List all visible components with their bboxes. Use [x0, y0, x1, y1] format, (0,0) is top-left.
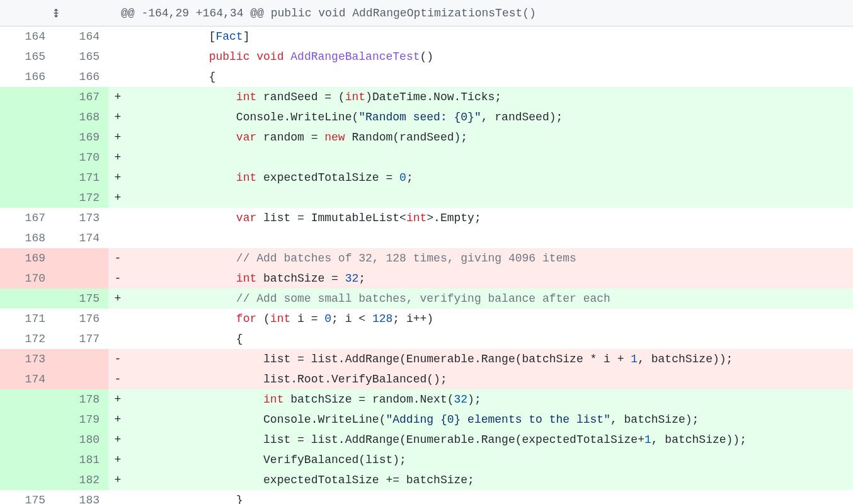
diff-row: 172177 { [0, 329, 853, 349]
diff-row: 165165 public void AddRangeBalanceTest() [0, 47, 853, 67]
code-cell[interactable] [127, 228, 853, 248]
line-number-new[interactable]: 180 [54, 430, 108, 450]
diff-row: 168174 [0, 228, 853, 248]
diff-row: 172+ [0, 188, 853, 208]
line-number-old[interactable]: 169 [0, 248, 54, 268]
line-number-new[interactable]: 173 [54, 208, 108, 228]
line-number-new[interactable]: 171 [54, 168, 108, 188]
line-number-old[interactable] [0, 389, 54, 410]
line-number-new[interactable]: 170 [54, 147, 108, 168]
diff-marker [108, 228, 127, 248]
line-number-new[interactable]: 177 [54, 329, 108, 349]
line-number-new[interactable]: 166 [54, 67, 108, 87]
line-number-new[interactable]: 174 [54, 228, 108, 248]
line-number-new[interactable]: 168 [54, 107, 108, 127]
diff-row: 167+ int randSeed = (int)DateTime.Now.Ti… [0, 87, 853, 107]
line-number-old[interactable] [0, 470, 54, 490]
line-number-new[interactable]: 178 [54, 389, 108, 410]
line-number-new[interactable]: 167 [54, 87, 108, 107]
diff-marker: + [108, 127, 127, 147]
diff-marker: - [108, 369, 127, 389]
line-number-new[interactable] [54, 369, 108, 389]
diff-row: 171176 for (int i = 0; i < 128; i++) [0, 309, 853, 329]
diff-row: 175+ // Add some small batches, verifyin… [0, 289, 853, 309]
code-cell[interactable] [127, 188, 853, 208]
code-cell[interactable]: public void AddRangeBalanceTest() [127, 47, 853, 67]
line-number-new[interactable]: 164 [54, 26, 108, 47]
line-number-new[interactable]: 172 [54, 188, 108, 208]
line-number-new[interactable]: 169 [54, 127, 108, 147]
code-cell[interactable]: // Add batches of 32, 128 times, giving … [127, 248, 853, 268]
diff-marker: + [108, 107, 127, 127]
diff-row: 167173 var list = ImmutableList<int>.Emp… [0, 208, 853, 228]
code-cell[interactable]: Console.WriteLine("Random seed: {0}", ra… [127, 107, 853, 127]
code-cell[interactable]: list = list.AddRange(Enumerable.Range(ex… [127, 430, 853, 450]
code-cell[interactable]: int batchSize = 32; [127, 268, 853, 289]
line-number-new[interactable]: 182 [54, 470, 108, 490]
line-number-old[interactable] [0, 410, 54, 430]
line-number-old[interactable] [0, 430, 54, 450]
diff-marker [108, 26, 127, 47]
line-number-new[interactable]: 176 [54, 309, 108, 329]
line-number-new[interactable] [54, 268, 108, 289]
line-number-old[interactable]: 172 [0, 329, 54, 349]
line-number-old[interactable]: 174 [0, 369, 54, 389]
line-number-new[interactable] [54, 349, 108, 369]
diff-row: 169- // Add batches of 32, 128 times, gi… [0, 248, 853, 268]
line-number-old[interactable]: 164 [0, 26, 54, 47]
code-cell[interactable]: list = list.AddRange(Enumerable.Range(ba… [127, 349, 853, 369]
diff-marker: + [108, 87, 127, 107]
line-number-new[interactable]: 183 [54, 490, 108, 504]
code-cell[interactable]: var random = new Random(randSeed); [127, 127, 853, 147]
diff-row: 175183 } [0, 490, 853, 504]
line-number-new[interactable] [54, 248, 108, 268]
code-cell[interactable]: int batchSize = random.Next(32); [127, 389, 853, 410]
line-number-old[interactable] [0, 450, 54, 470]
line-number-old[interactable]: 167 [0, 208, 54, 228]
code-cell[interactable]: [Fact] [127, 26, 853, 47]
diff-marker: + [108, 289, 127, 309]
line-number-old[interactable]: 168 [0, 228, 54, 248]
code-cell[interactable]: } [127, 490, 853, 504]
diff-row: 180+ list = list.AddRange(Enumerable.Ran… [0, 430, 853, 450]
code-cell[interactable]: { [127, 329, 853, 349]
code-cell[interactable] [127, 147, 853, 168]
line-number-new[interactable]: 165 [54, 47, 108, 67]
code-cell[interactable]: VerifyBalanced(list); [127, 450, 853, 470]
code-cell[interactable]: int expectedTotalSize = 0; [127, 168, 853, 188]
code-cell[interactable]: Console.WriteLine("Adding {0} elements t… [127, 410, 853, 430]
line-number-old[interactable]: 165 [0, 47, 54, 67]
code-cell[interactable]: var list = ImmutableList<int>.Empty; [127, 208, 853, 228]
line-number-old[interactable]: 170 [0, 268, 54, 289]
code-cell[interactable]: { [127, 67, 853, 87]
diff-marker: + [108, 188, 127, 208]
code-cell[interactable]: // Add some small batches, verifying bal… [127, 289, 853, 309]
hunk-header-text: @@ -164,29 +164,34 @@ public void AddRan… [112, 3, 536, 23]
diff-row: 179+ Console.WriteLine("Adding {0} eleme… [0, 410, 853, 430]
diff-row: 178+ int batchSize = random.Next(32); [0, 389, 853, 410]
line-number-new[interactable]: 181 [54, 450, 108, 470]
line-number-old[interactable]: 166 [0, 67, 54, 87]
expand-icon[interactable] [0, 8, 112, 18]
diff-marker: - [108, 349, 127, 369]
line-number-old[interactable] [0, 168, 54, 188]
diff-row: 170- int batchSize = 32; [0, 268, 853, 289]
diff-marker: + [108, 430, 127, 450]
line-number-old[interactable] [0, 127, 54, 147]
line-number-new[interactable]: 175 [54, 289, 108, 309]
line-number-old[interactable] [0, 107, 54, 127]
line-number-old[interactable]: 173 [0, 349, 54, 369]
code-cell[interactable]: list.Root.VerifyBalanced(); [127, 369, 853, 389]
line-number-new[interactable]: 179 [54, 410, 108, 430]
code-cell[interactable]: for (int i = 0; i < 128; i++) [127, 309, 853, 329]
code-cell[interactable]: int randSeed = (int)DateTime.Now.Ticks; [127, 87, 853, 107]
line-number-old[interactable] [0, 289, 54, 309]
line-number-old[interactable] [0, 188, 54, 208]
line-number-old[interactable] [0, 147, 54, 168]
line-number-old[interactable] [0, 87, 54, 107]
diff-marker: + [108, 168, 127, 188]
code-cell[interactable]: expectedTotalSize += batchSize; [127, 470, 853, 490]
diff-row: 166166 { [0, 67, 853, 87]
line-number-old[interactable]: 171 [0, 309, 54, 329]
line-number-old[interactable]: 175 [0, 490, 54, 504]
